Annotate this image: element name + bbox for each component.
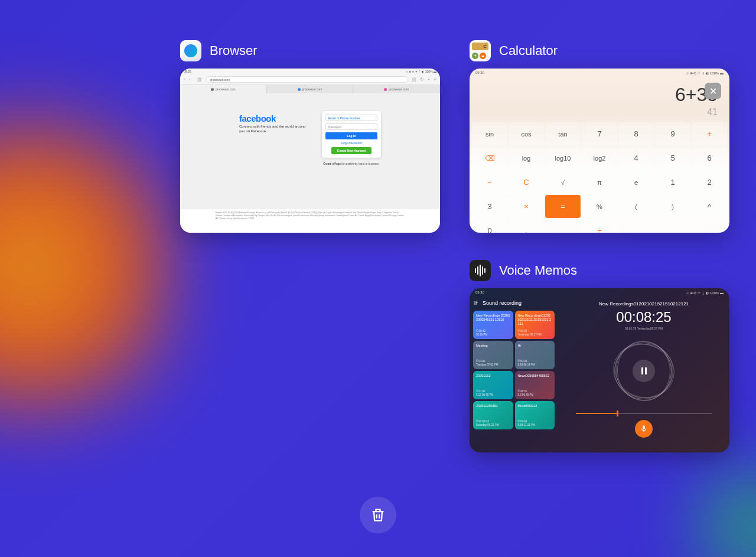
recording-list: ⊪ Sound recording New Recordings 2020020… bbox=[470, 297, 558, 452]
key-plus[interactable]: + bbox=[692, 122, 727, 145]
key-pi[interactable]: π bbox=[582, 171, 617, 194]
current-subtitle: 01.01.78 Yesterday08.57 PM bbox=[625, 327, 663, 330]
close-button[interactable]: ✕ bbox=[705, 83, 721, 99]
login-button[interactable]: Log In bbox=[325, 132, 377, 139]
status-right: ♫ ⊕ ⊘ ✈ ⋮ ◐ 100% ▬ bbox=[406, 70, 436, 73]
player-panel: New Recordings012021021521510212121 00:0… bbox=[558, 297, 729, 452]
status-right: ♫ ⊕ ⊘ ✈ ⋮ ◐ 100% ▬ bbox=[686, 71, 724, 75]
key-minus[interactable]: − bbox=[472, 171, 507, 194]
key-divide[interactable]: ÷ bbox=[582, 219, 617, 233]
new-tab-icon[interactable]: + bbox=[428, 77, 431, 82]
recording-card[interactable]: News0056584458552© 28:015.8 06.45 PM bbox=[515, 371, 555, 399]
pause-button[interactable] bbox=[633, 360, 655, 382]
browser-app-icon bbox=[180, 40, 201, 61]
login-card: Email or Phone Number Password Log In Fo… bbox=[322, 111, 381, 158]
app-title: Voice Memos bbox=[499, 263, 577, 278]
page-footer: English (US) 中文(简体) Español Français (Fr… bbox=[180, 209, 440, 233]
app-tile-voicememos[interactable]: Voice Memos 09:30 ♫ ⊕ ⊘ ✈ ⋮ ◐ 100% ▬ ⊪ S… bbox=[470, 260, 729, 452]
key-log[interactable]: log bbox=[509, 146, 544, 170]
key-0[interactable]: 0 bbox=[472, 219, 507, 233]
key-2[interactable]: 2 bbox=[692, 171, 727, 194]
voicememos-app-icon bbox=[470, 260, 491, 281]
key-4[interactable]: 4 bbox=[618, 146, 654, 170]
result: 41 bbox=[481, 107, 718, 118]
calculator-app-icon: C += bbox=[470, 40, 491, 61]
status-bar: 09:30 ♫ ⊕ ⊘ ✈ ⋮ ◐ 100% ▬ bbox=[180, 69, 440, 74]
key-lparen[interactable]: ( bbox=[618, 195, 654, 218]
key-9[interactable]: 9 bbox=[655, 122, 690, 145]
app-title: Calculator bbox=[499, 43, 558, 58]
recording-card[interactable]: Hi© 00:095.19 06.14 PM bbox=[515, 341, 555, 369]
status-time: 09:30 bbox=[184, 70, 191, 73]
browser-preview[interactable]: 09:30 ♫ ⊕ ⊘ ✈ ⋮ ◐ 100% ▬ ‹ › ▥ processon… bbox=[180, 69, 440, 233]
status-right: ♫ ⊕ ⊘ ✈ ⋮ ◐ 100% ▬ bbox=[686, 291, 724, 295]
reload-icon[interactable]: ↻ bbox=[420, 77, 424, 82]
browser-tab[interactable]: processon.com bbox=[180, 85, 267, 93]
url-bar[interactable]: processon.com bbox=[206, 76, 408, 83]
key-sin[interactable]: sin bbox=[472, 122, 507, 145]
current-time: 00:08:25 bbox=[616, 309, 671, 325]
browser-tab[interactable]: processon.com bbox=[267, 85, 354, 93]
seek-slider[interactable] bbox=[576, 413, 712, 414]
email-field[interactable]: Email or Phone Number bbox=[325, 115, 377, 121]
key-rparen[interactable]: ) bbox=[655, 195, 690, 218]
app-header: Voice Memos bbox=[470, 260, 729, 281]
status-bar: 09:30 ♫ ⊕ ⊘ ✈ ⋮ ◐ 100% ▬ bbox=[470, 288, 729, 297]
key-percent[interactable]: % bbox=[582, 195, 617, 218]
key-7[interactable]: 7 bbox=[582, 122, 617, 145]
key-6[interactable]: 6 bbox=[692, 146, 727, 170]
recording-card[interactable]: New Recordings01202 10212102152151021 21… bbox=[515, 311, 555, 339]
key-equals[interactable]: = bbox=[545, 195, 581, 218]
key-log10[interactable]: log10 bbox=[545, 146, 581, 170]
voicememos-preview[interactable]: 09:30 ♫ ⊕ ⊘ ✈ ⋮ ◐ 100% ▬ ⊪ Sound recordi… bbox=[470, 288, 729, 452]
app-header: Browser bbox=[180, 40, 440, 61]
key-log2[interactable]: log2 bbox=[582, 146, 617, 170]
key-5[interactable]: 5 bbox=[655, 146, 690, 170]
key-3[interactable]: 3 bbox=[472, 195, 507, 218]
password-field[interactable]: Password bbox=[325, 123, 377, 130]
app-title: Browser bbox=[210, 43, 258, 58]
calculator-preview[interactable]: 09:30 ♫ ⊕ ⊘ ✈ ⋮ ◐ 100% ▬ ✕ 6+35 41 sin c… bbox=[470, 69, 729, 233]
expression: 6+35 bbox=[481, 84, 718, 106]
recording-card[interactable]: 202011250381© 02:03:42Saturday 09.23 PM bbox=[473, 401, 513, 429]
waveform-icon: ⊪ bbox=[473, 300, 479, 306]
trash-icon bbox=[370, 507, 386, 523]
recording-card[interactable]: 20201152© 01:475.12 08.45 PM bbox=[473, 371, 513, 399]
key-dot[interactable]: . bbox=[509, 219, 544, 233]
key-8[interactable]: 8 bbox=[618, 122, 654, 145]
back-icon[interactable]: ‹ bbox=[184, 77, 185, 82]
key-caret[interactable]: ^ bbox=[692, 195, 727, 218]
key-sqrt[interactable]: √ bbox=[545, 171, 581, 194]
status-bar: 09:30 ♫ ⊕ ⊘ ✈ ⋮ ◐ 100% ▬ bbox=[470, 69, 729, 77]
menu-icon[interactable]: ≡ bbox=[434, 77, 436, 82]
calculator-display: 6+35 41 bbox=[470, 77, 729, 122]
key-tan[interactable]: tan bbox=[545, 122, 581, 145]
create-page-text: Create a Page for a celebrity, band or b… bbox=[322, 162, 381, 165]
key-clear[interactable]: C bbox=[509, 171, 544, 194]
app-tile-browser[interactable]: Browser 09:30 ♫ ⊕ ⊘ ✈ ⋮ ◐ 100% ▬ ‹ › ▥ p… bbox=[180, 40, 440, 233]
forward-icon[interactable]: › bbox=[189, 77, 191, 82]
status-time: 09:30 bbox=[475, 291, 484, 294]
facebook-tagline: Connect with friends and the world aroun… bbox=[239, 125, 310, 134]
reader-icon[interactable]: ▤ bbox=[412, 77, 416, 82]
recording-card[interactable]: Meeting© 03:07Tuesday 07.01 PM bbox=[473, 341, 513, 369]
key-delete[interactable]: ⌫ bbox=[472, 146, 507, 170]
key-e[interactable]: e bbox=[618, 171, 654, 194]
recording-card[interactable]: Music009212© 04:325.18 11.15 PM bbox=[515, 401, 555, 429]
current-title: New Recordings012021021521510212121 bbox=[599, 301, 689, 307]
key-multiply[interactable]: × bbox=[509, 195, 544, 218]
key-cos[interactable]: cos bbox=[509, 122, 544, 145]
clear-all-button[interactable] bbox=[360, 497, 396, 533]
waveform-visualizer bbox=[611, 338, 676, 403]
forgot-password-link[interactable]: Forgot Password? bbox=[325, 142, 377, 145]
status-time: 09:30 bbox=[475, 71, 484, 74]
keypad: sin cos tan 7 8 9 + ⌫ log log10 log2 4 5… bbox=[470, 122, 729, 233]
browser-tab[interactable]: processon.com bbox=[353, 85, 440, 93]
recording-card[interactable]: New Recordings 202002080548151 10515© 00… bbox=[473, 311, 513, 339]
page-content: facebook Connect with friends and the wo… bbox=[180, 93, 440, 206]
sidebar-icon[interactable]: ▥ bbox=[197, 77, 202, 82]
key-1[interactable]: 1 bbox=[655, 171, 690, 194]
app-tile-calculator[interactable]: C += Calculator 09:30 ♫ ⊕ ⊘ ✈ ⋮ ◐ 100% ▬… bbox=[470, 40, 729, 233]
record-button[interactable] bbox=[635, 420, 653, 438]
create-account-button[interactable]: Create New Account bbox=[331, 147, 372, 154]
